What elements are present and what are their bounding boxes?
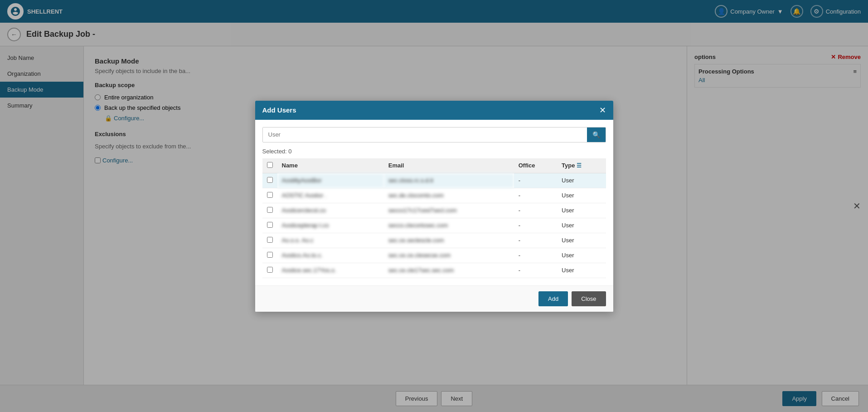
modal-footer: Add Close (255, 285, 613, 312)
row-email: sec.ce.cle17sec.sec.com (384, 263, 514, 278)
row-office: - (514, 188, 557, 203)
row-name: AOSTIC Aostior . (277, 188, 384, 203)
table-row[interactable]: AOSTIC Aostior . sec.de.clocomto.com - U… (262, 188, 606, 203)
table-row[interactable]: AostiltyAostBor sec.closs.rc.s.d.it - Us… (262, 173, 606, 188)
close-button[interactable]: Close (572, 291, 606, 306)
row-checkbox-cell[interactable] (262, 188, 277, 203)
row-checkbox-2[interactable] (267, 207, 273, 213)
table-row[interactable]: Aosticepterap t.co secco.clecortosec.com… (262, 218, 606, 233)
table-row[interactable]: Aostico.Ao.to.c. sec.ce.ce.clesecse.com … (262, 248, 606, 263)
row-checkbox-5[interactable] (267, 252, 273, 258)
row-office: - (514, 173, 557, 188)
th-type: Type ☰ (557, 158, 606, 173)
search-bar: 🔍 (262, 127, 606, 142)
row-email: sec.ce.seclescle.com (384, 233, 514, 248)
th-office: Office (514, 158, 557, 173)
row-office: - (514, 203, 557, 218)
row-type: User (557, 263, 606, 278)
row-checkbox-0[interactable] (267, 177, 273, 183)
selected-count: Selected: 0 (262, 148, 606, 155)
row-email: sec.de.clocomto.com (384, 188, 514, 203)
row-name: Aosticepterap t.co (277, 218, 384, 233)
row-type: User (557, 203, 606, 218)
row-name: Ao.o.o. Ao.c (277, 233, 384, 248)
table-row[interactable]: Aosticerclecst.co secco17c17cesl7secl.co… (262, 203, 606, 218)
row-checkbox-6[interactable] (267, 267, 273, 273)
row-checkbox-cell[interactable] (262, 233, 277, 248)
row-office: - (514, 263, 557, 278)
row-type: User (557, 233, 606, 248)
row-type: User (557, 173, 606, 188)
table-header-row: Name Email Office Type ☰ (262, 158, 606, 173)
row-name: Aostice.sec.17Yos.o. (277, 263, 384, 278)
type-filter-icon[interactable]: ☰ (577, 162, 582, 169)
add-button[interactable]: Add (538, 291, 568, 306)
row-email: sec.closs.rc.s.d.it (384, 173, 514, 188)
search-button[interactable]: 🔍 (587, 128, 606, 142)
row-name: Aosticerclecst.co (277, 203, 384, 218)
select-all-checkbox[interactable] (267, 162, 273, 168)
row-checkbox-cell[interactable] (262, 263, 277, 278)
row-office: - (514, 248, 557, 263)
row-email: secco.clecortosec.com (384, 218, 514, 233)
row-office: - (514, 233, 557, 248)
row-checkbox-cell[interactable] (262, 203, 277, 218)
row-checkbox-1[interactable] (267, 192, 273, 198)
row-name: Aostico.Ao.to.c. (277, 248, 384, 263)
row-type: User (557, 248, 606, 263)
row-type: User (557, 218, 606, 233)
row-checkbox-cell[interactable] (262, 218, 277, 233)
modal-title: Add Users (262, 106, 296, 114)
row-email: sec.ce.ce.clesecse.com (384, 248, 514, 263)
row-checkbox-cell[interactable] (262, 173, 277, 188)
add-users-modal: Add Users ✕ 🔍 Selected: 0 Name (255, 101, 613, 312)
modal-close-button[interactable]: ✕ (599, 106, 606, 114)
modal-body: 🔍 Selected: 0 Name Email (255, 120, 613, 285)
user-search-input[interactable] (263, 128, 587, 142)
table-row[interactable]: Ao.o.o. Ao.c sec.ce.seclescle.com - User (262, 233, 606, 248)
th-checkbox (262, 158, 277, 173)
row-office: - (514, 218, 557, 233)
table-row[interactable]: Aostice.sec.17Yos.o. sec.ce.cle17sec.sec… (262, 263, 606, 278)
th-name: Name (277, 158, 384, 173)
row-email: secco17c17cesl7secl.com (384, 203, 514, 218)
modal-header: Add Users ✕ (255, 101, 613, 120)
th-email: Email (384, 158, 514, 173)
users-table: Name Email Office Type ☰ (262, 158, 606, 278)
row-name: AostiltyAostBor (277, 173, 384, 188)
row-type: User (557, 188, 606, 203)
row-checkbox-cell[interactable] (262, 248, 277, 263)
row-checkbox-3[interactable] (267, 222, 273, 228)
modal-overlay: Add Users ✕ 🔍 Selected: 0 Name (0, 0, 868, 412)
row-checkbox-4[interactable] (267, 237, 273, 243)
